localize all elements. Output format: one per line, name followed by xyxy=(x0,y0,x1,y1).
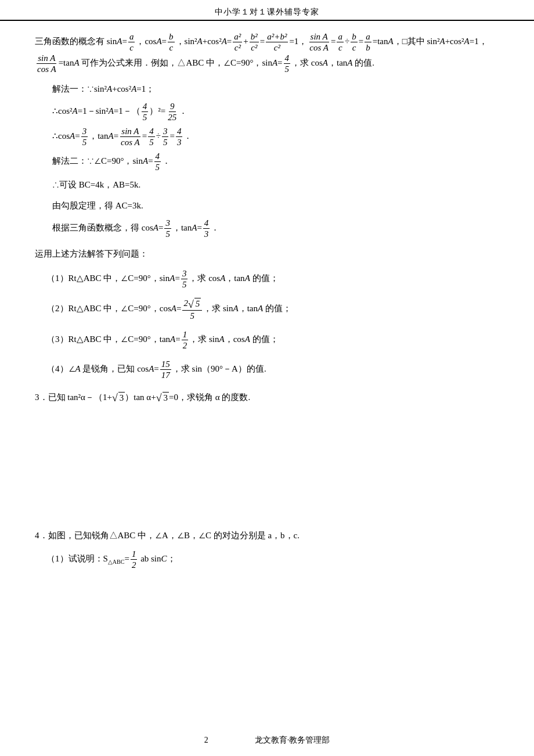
question-1: （1）Rt△ABC 中，∠C=90°，sinA=35，求 cosA，tanA 的… xyxy=(46,268,499,290)
apply-text: 运用上述方法解答下列问题： xyxy=(35,245,499,262)
solution2-step1: ∴可设 BC=4k，AB=5k. xyxy=(52,176,499,193)
spacer xyxy=(35,411,499,527)
main-content: 三角函数的概念有 sinA=ac，cosA=bc，sin²A+cos²A=a²c… xyxy=(0,21,534,590)
intro-text: 三角函数的概念有 sinA= xyxy=(35,37,127,46)
solution2-label: 解法二：∵∠C=90°，sinA=45． xyxy=(52,151,499,172)
question-4: （4）∠A 是锐角，已知 cosA=1517，求 sin（90°－A）的值. xyxy=(46,359,499,380)
solution2-step2: 由勾股定理，得 AC=3k. xyxy=(52,197,499,214)
problem-4-sub1: （1）试说明：S△ABC=12 ab sinC； xyxy=(46,549,499,570)
question-2: （2）Rt△ABC 中，∠C=90°，cosA=2√55，求 sinA，tanA… xyxy=(46,298,499,321)
solution1-step2: ∴cosA=35，tanA=sin Acos A=45÷35=43． xyxy=(52,126,499,147)
page-header: 中小学１对１课外辅导专家 xyxy=(0,0,534,21)
solution1-step1: ∴cos²A=1－sin²A=1－（45）²=925． xyxy=(52,101,499,123)
problem-4: 4．如图，已知锐角△ABC 中，∠A，∠B，∠C 的对边分别是 a，b，c. xyxy=(35,527,499,544)
page-footer: 2 龙文教育·教务管理部 xyxy=(0,735,534,746)
intro-text2: ，cosA= xyxy=(136,37,167,46)
solution2-result: 根据三角函数概念，得 cosA=35，tanA=43． xyxy=(52,218,499,239)
header-title: 中小学１对１课外辅导专家 xyxy=(215,8,319,16)
problem-3: 3．已知 tan²α－（1+√3）tan α+√3=0，求锐角 α 的度数. xyxy=(35,388,499,406)
page-number: 2 xyxy=(204,736,208,745)
intro-paragraph: 三角函数的概念有 sinA=ac，cosA=bc，sin²A+cos²A=a²c… xyxy=(35,31,499,74)
company-name: 龙文教育·教务管理部 xyxy=(255,735,330,746)
solution1-label: 解法一：∵sin²A+cos²A=1； xyxy=(52,80,499,98)
question-3: （3）Rt△ABC 中，∠C=90°，tanA=12，求 sinA，cosA 的… xyxy=(46,329,499,351)
